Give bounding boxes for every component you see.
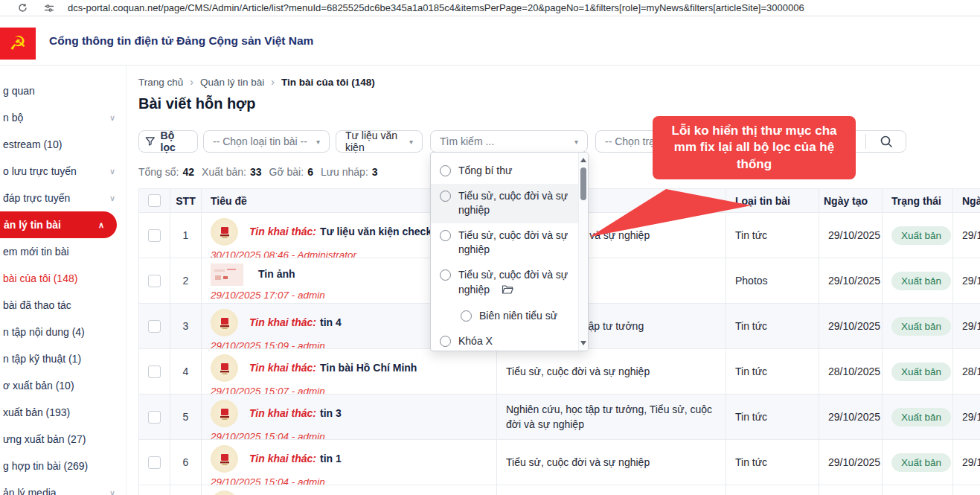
cell-created: 29/10/2025 [819,304,883,349]
cell-category: Nghiên cứu, học tập tư tưởng, Tiểu sử, c… [497,395,726,440]
total-value: 42 [182,166,194,178]
article-thumbnail [211,491,238,495]
caret-down-icon: ▾ [316,138,320,146]
search-icon [880,135,893,148]
sidebar-item-handled-articles[interactable]: bài đã thao tác [0,292,126,319]
status-badge: Xuất bản [891,453,951,472]
cell-created: 29/10/2025 [819,440,883,485]
sidebar-item-technical-editing[interactable]: n tập kỹ thuật (1) [0,345,126,372]
annotation-line1: Lỗi ko hiển thị thư mục cha [662,123,847,139]
chevron-up-icon: ∧ [98,220,104,230]
cell-published: 29/10/2025 [953,440,980,485]
removed-label: Gỡ bài: [269,166,304,178]
scroll-up-arrow[interactable] [580,158,586,162]
breadcrumb-home[interactable]: Trang chủ [138,77,183,88]
radio-icon [440,336,451,347]
sidebar-item-media-management[interactable]: ản lý media∨ [0,479,126,495]
filter-button[interactable]: Bộ lọc [138,130,198,153]
table-row: 5 Tin khai thác:tin 3 29/10/2025 15:04 -… [139,395,980,440]
header-status: Trạng thái [883,189,953,213]
sidebar-item-all-articles[interactable]: g hợp tin bài (269) [0,453,126,479]
cell-published: 29/10/2025 [953,213,980,258]
sidebar-item-published[interactable]: xuất bản (193) [0,399,126,426]
sidebar-item-overview[interactable]: g quan [0,77,126,104]
row-checkbox[interactable] [148,456,161,469]
article-title-link[interactable]: tin 4 [320,316,342,328]
cell-type: Tin tức [726,304,819,349]
search-button[interactable] [866,135,906,148]
article-title-link[interactable]: tin 1 [320,453,342,464]
dropdown-scrollbar[interactable] [578,153,588,351]
document-source-select[interactable]: Tư liệu văn kiện▾ [336,130,423,153]
dropdown-option[interactable]: Tiểu sử, cuộc đời và sự nghiệp [431,263,578,304]
radio-icon [440,269,451,281]
url-text[interactable]: dcs-portal.coquan.net/page/CMS/Admin/Art… [68,2,804,13]
summary-counts: Tổng số:42Xuất bản:33Gỡ bài:6Lưu nháp:3 [138,166,385,178]
page-title: Bài viết hỗn hợp [138,95,256,112]
radio-icon [440,230,451,241]
row-checkbox[interactable] [148,320,161,333]
radio-icon [440,165,451,176]
reload-icon[interactable] [18,3,28,13]
sidebar-item-unpublished[interactable]: ưng xuất bản (27) [0,426,126,453]
open-folder-icon[interactable] [502,284,513,299]
sidebar-item-new-article[interactable]: em mới tin bài [0,238,126,265]
app-header: ☭ Cổng thông tin điện tử Đảng Cộng sản V… [0,16,980,66]
row-checkbox[interactable] [148,229,161,242]
cell-published: 29/10/2025 [953,258,980,304]
radio-icon [461,310,472,322]
article-thumbnail [211,264,243,286]
dropdown-option[interactable]: Khóa X [431,329,578,351]
cell-category: Tiểu sử, cuộc đời và sự nghiệp [497,349,726,395]
dropdown-option-child[interactable]: Biên niên tiểu sử [431,304,578,329]
chevron-down-icon: ∨ [109,194,115,203]
row-checkbox[interactable] [148,411,161,424]
dropdown-option[interactable]: Tiểu sử, cuộc đời và sự nghiệp [431,223,578,263]
status-badge: Xuất bản [891,317,951,336]
article-title-link[interactable]: Tư liệu văn kiện check 1 [320,226,441,237]
sidebar-item-my-articles[interactable]: bài của tôi (148) [0,265,126,292]
funnel-icon [145,136,156,147]
browser-address-bar: dcs-portal.coquan.net/page/CMS/Admin/Art… [0,0,980,16]
dropdown-option[interactable]: Tổng bí thư [431,159,578,184]
category-dropdown-panel: Tổng bí thư Tiểu sử, cuộc đời và sự nghi… [430,152,589,351]
cell-published [953,485,980,495]
header-published: Ngày xuất bản [953,189,980,213]
party-logo: ☭ [0,28,36,60]
dropdown-option[interactable]: Tiểu sử, cuộc đời và sự nghiệp [431,184,578,223]
caret-down-icon: ▾ [409,138,413,146]
sidebar-item-online-qa[interactable]: đáp trực tuyến∨ [0,185,126,211]
article-thumbnail [211,309,238,336]
annotation-arrow [580,188,759,240]
header-stt: STT [170,189,202,213]
cell-created: 28/10/2025 [819,349,883,395]
sidebar-item-content-editing[interactable]: n tập nội dung (4) [0,319,126,345]
sidebar-item-article-management[interactable]: ản lý tin bài∧ [0,211,117,238]
chevron-down-icon: ∨ [109,488,115,495]
cell-type: Tin tức [726,349,819,395]
article-title-link[interactable]: Tin bài Hồ Chí Minh [320,362,417,374]
table-row: 4 Tin khai thác:Tin bài Hồ Chí Minh 29/1… [139,349,980,395]
sidebar-item-livestream[interactable]: estream (10) [0,131,126,158]
article-title-link[interactable]: Tin ảnh [258,268,295,280]
sidebar: g quan n bộ∨ estream (10) o lưu trực tuy… [0,66,126,495]
published-label: Xuất bản: [202,166,246,178]
table-row: 7 Tin khai thác:Tin 2 [139,485,980,495]
sidebar-item-online-exchange[interactable]: o lưu trực tuyến∨ [0,158,126,185]
select-all-checkbox[interactable] [148,194,161,207]
chevron-down-icon: ∨ [109,167,115,176]
status-badge: Xuất bản [891,226,951,245]
published-value: 33 [250,166,262,178]
row-checkbox[interactable] [148,365,161,378]
scroll-down-arrow[interactable] [580,341,586,345]
row-checkbox[interactable] [148,275,161,287]
category-search-combobox[interactable]: Tìm kiếm ...▾ [430,130,588,153]
article-type-select[interactable]: -- Chọn loại tin bài --▾ [203,130,330,153]
article-title-link[interactable]: tin 3 [320,407,342,419]
sidebar-item-staff[interactable]: n bộ∨ [0,104,126,131]
chevron-down-icon: ∨ [109,113,115,123]
breadcrumb-section[interactable]: Quản lý tin bài [200,77,264,88]
site-settings-icon[interactable] [44,4,54,13]
sidebar-item-pending-publish[interactable]: ơ xuất bản (10) [0,372,126,399]
article-thumbnail [211,445,238,473]
